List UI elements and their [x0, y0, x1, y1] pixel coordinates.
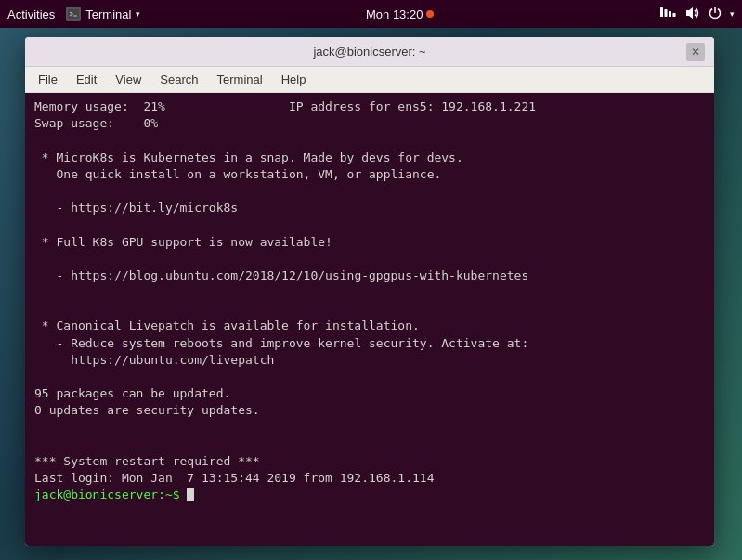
terminal-app-icon	[66, 7, 81, 21]
terminal-menubar: File Edit View Search Terminal Help	[25, 67, 714, 93]
menu-search[interactable]: Search	[152, 71, 205, 88]
menu-help[interactable]: Help	[274, 71, 314, 88]
menu-view[interactable]: View	[108, 71, 149, 88]
svg-rect-5	[672, 13, 675, 17]
svg-rect-2	[660, 7, 663, 17]
terminal-content[interactable]: Memory usage: 21% IP address for ens5: 1…	[25, 93, 714, 546]
terminal-titlebar: jack@bionicserver: ~ ✕	[25, 37, 714, 67]
activities-button[interactable]: Activities	[7, 7, 55, 21]
menu-file[interactable]: File	[31, 71, 65, 88]
network-icon[interactable]	[659, 6, 676, 23]
topbar: Activities Terminal ▾ Mon 13:20	[0, 0, 742, 28]
terminal-output: Memory usage: 21% IP address for ens5: 1…	[34, 98, 705, 487]
terminal-app-label: Terminal	[85, 7, 131, 21]
terminal-prompt-line: jack@bionicserver:~$	[34, 487, 705, 503]
topbar-right: ▾	[659, 6, 735, 23]
svg-marker-6	[686, 7, 693, 19]
close-button[interactable]: ✕	[686, 43, 705, 61]
volume-icon[interactable]	[683, 6, 700, 23]
time-display: Mon 13:20	[366, 7, 423, 21]
prompt-text: jack@bionicserver:~$	[34, 488, 187, 501]
terminal-title: jack@bionicserver: ~	[313, 45, 425, 59]
topbar-left: Activities Terminal ▾	[7, 7, 140, 21]
svg-rect-4	[669, 11, 671, 17]
power-icon[interactable]	[708, 6, 722, 23]
notification-dot	[426, 10, 434, 18]
menu-edit[interactable]: Edit	[69, 71, 104, 88]
terminal-cursor	[187, 488, 194, 501]
terminal-dropdown-icon[interactable]: ▾	[136, 9, 140, 19]
topbar-app[interactable]: Terminal ▾	[66, 7, 140, 21]
terminal-window: jack@bionicserver: ~ ✕ File Edit View Se…	[25, 37, 714, 546]
menu-terminal[interactable]: Terminal	[210, 71, 270, 88]
svg-rect-3	[664, 9, 667, 17]
dropdown-arrow-icon[interactable]: ▾	[730, 9, 735, 19]
topbar-clock: Mon 13:20	[366, 7, 434, 21]
